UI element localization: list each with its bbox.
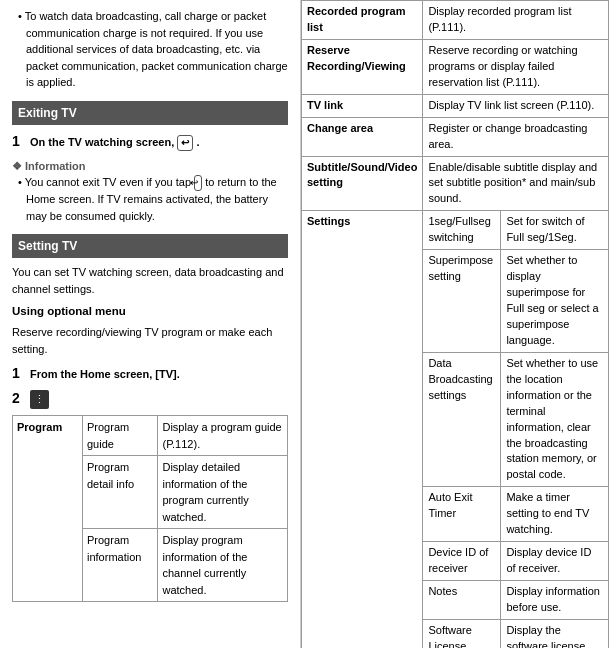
right-column: Recorded program listDisplay recorded pr… — [300, 0, 609, 648]
step1-number: 1 — [12, 131, 24, 152]
home-icon[interactable]: ↩ — [194, 175, 202, 191]
step-from-text: From the Home screen, [TV]. — [30, 366, 180, 383]
table-row: Subtitle/Sound/Video settingEnable/disab… — [302, 156, 609, 211]
sub-cell: Device ID of receiver — [423, 542, 501, 581]
table-row: TV linkDisplay TV link list screen (P.11… — [302, 94, 609, 117]
program-sub: Program detail info — [83, 456, 158, 529]
table-row: Change areaRegister or change broadcasti… — [302, 117, 609, 156]
feature-cell: Subtitle/Sound/Video setting — [302, 156, 423, 211]
desc-cell: Make a timer setting to end TV watching. — [501, 487, 609, 542]
info-bullet: You cannot exit TV even if you tap ↩ to … — [12, 174, 288, 224]
table-row: Settings1seg/Fullseg switchingSet for sw… — [302, 211, 609, 250]
sub-cell: Superimpose setting — [423, 250, 501, 353]
feature-cell: Recorded program list — [302, 1, 423, 40]
menu-dots-icon[interactable]: ⋮ — [30, 390, 49, 409]
step1-line: 1 On the TV watching screen, ↩ . — [12, 131, 288, 152]
program-desc: Display program information of the chann… — [158, 529, 288, 602]
feature-cell: Settings — [302, 211, 423, 648]
desc-cell: Display the software license. — [501, 619, 609, 648]
feature-cell: TV link — [302, 94, 423, 117]
sub-cell: Software License — [423, 619, 501, 648]
sub-cell: Auto Exit Timer — [423, 487, 501, 542]
sub-cell: 1seg/Fullseg switching — [423, 211, 501, 250]
program-sub: Program information — [83, 529, 158, 602]
feature-cell: Reserve Recording/Viewing — [302, 39, 423, 94]
info-block: Information You cannot exit TV even if y… — [12, 158, 288, 225]
feature-cell: Change area — [302, 117, 423, 156]
program-desc: Display detailed information of the prog… — [158, 456, 288, 529]
desc-cell: Display TV link list screen (P.110). — [423, 94, 609, 117]
table-row: Recorded program listDisplay recorded pr… — [302, 1, 609, 40]
desc-cell: Enable/disable subtitle display and set … — [423, 156, 609, 211]
desc-cell: Set for switch of Full seg/1Seg. — [501, 211, 609, 250]
desc-cell: Register or change broadcasting area. — [423, 117, 609, 156]
desc-cell: Set whether to use the location informat… — [501, 352, 609, 487]
settings-table: Recorded program listDisplay recorded pr… — [301, 0, 609, 648]
sub-cell: Notes — [423, 581, 501, 620]
section2-heading: Setting TV — [12, 234, 288, 258]
left-column: To watch data broadcasting, call charge … — [0, 0, 300, 648]
desc-cell: Display information before use. — [501, 581, 609, 620]
program-category: Program — [13, 416, 83, 602]
desc-cell: Set whether to display superimpose for F… — [501, 250, 609, 353]
section1-heading: Exiting TV — [12, 101, 288, 125]
program-table: ProgramProgram guideDisplay a program gu… — [12, 415, 288, 602]
step2-number: 2 — [12, 388, 24, 409]
back-icon[interactable]: ↩ — [177, 135, 193, 151]
program-sub: Program guide — [83, 416, 158, 456]
desc-cell: Display recorded program list (P.111). — [423, 1, 609, 40]
desc-cell: Reserve recording or watching programs o… — [423, 39, 609, 94]
program-desc: Display a program guide (P.112). — [158, 416, 288, 456]
bullet-intro: To watch data broadcasting, call charge … — [12, 8, 288, 91]
section2-body: You can set TV watching screen, data bro… — [12, 264, 288, 297]
optional-menu-body: Reserve recording/viewing TV program or … — [12, 324, 288, 357]
optional-menu-heading: Using optional menu — [12, 303, 288, 320]
sub-cell: Data Broadcasting settings — [423, 352, 501, 487]
step-from-number: 1 — [12, 363, 24, 384]
info-heading: Information — [12, 158, 288, 175]
table-row: Reserve Recording/ViewingReserve recordi… — [302, 39, 609, 94]
step1-text: On the TV watching screen, ↩ . — [30, 134, 199, 151]
step-from-line: 1 From the Home screen, [TV]. — [12, 363, 288, 384]
step2-line: 2 ⋮ — [12, 388, 288, 409]
desc-cell: Display device ID of receiver. — [501, 542, 609, 581]
